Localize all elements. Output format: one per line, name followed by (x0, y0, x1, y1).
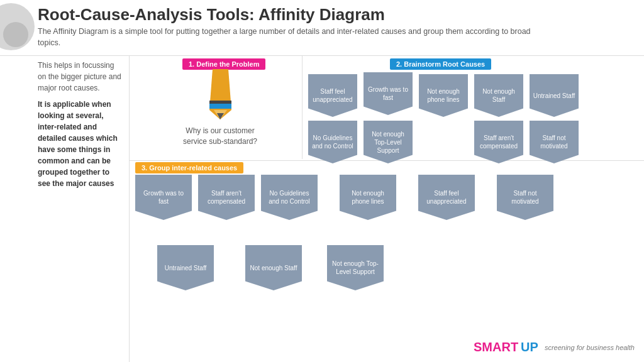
section2-label: 2. Brainstorm Root Causes (390, 58, 491, 70)
left-divider (129, 55, 130, 362)
grouped-tag-guidelines: No Guidelines and no Control (261, 175, 318, 220)
grouped-tag-growth: Growth was to fast (135, 175, 192, 220)
title-area: Root-Cause-Analysis Tools: Affinity Diag… (38, 5, 631, 48)
tag-top-level: Not enough Top-Level Support (364, 121, 413, 163)
tag-not-compensated: Staff aren't compensated (474, 121, 523, 163)
left-description: This helps in focussing on the bigger pi… (38, 60, 123, 94)
tag-staff-unappreciated: Staff feel unappreciated (308, 74, 357, 117)
logo-up: UP (521, 340, 538, 354)
tag-phone-lines: Not enough phone lines (419, 74, 468, 117)
page-subtitle: The Affinity Diagram is a simple tool fo… (38, 26, 541, 48)
svg-rect-3 (209, 104, 231, 109)
svg-rect-4 (209, 101, 231, 104)
decorative-circle2 (3, 22, 28, 47)
section12-divider (302, 55, 303, 159)
grouped-tag-compensated: Staff aren't compensated (198, 175, 255, 220)
tag-growth-fast: Growth was to fast (364, 72, 413, 115)
grouped-tag-unappreciated: Staff feel unappreciated (418, 175, 475, 220)
logo-area: SMART UP screening for business health (474, 340, 635, 354)
logo-smart: SMART (474, 340, 518, 354)
tag-not-enough-staff: Not enough Staff (474, 74, 523, 117)
tag-not-motivated: Staff not motivated (530, 121, 579, 163)
logo-tagline: screening for business health (545, 344, 635, 351)
pencil-icon (200, 69, 241, 123)
grouped-tag-phone: Not enough phone lines (340, 175, 396, 220)
tag-untrained-staff: Untrained Staff (530, 74, 579, 117)
grouped-tag-untrained: Untrained Staff (157, 245, 214, 290)
title-divider (0, 55, 644, 56)
grouped-tag-motivated: Staff not motivated (497, 175, 553, 220)
left-panel: This helps in focussing on the bigger pi… (6, 60, 129, 189)
section3-label: 3. Group inter-related causes (135, 162, 243, 173)
grouped-tag-toplevel: Not enough Top-Level Support (327, 245, 384, 290)
grouped-tag-staff: Not enough Staff (245, 245, 302, 290)
section1-label: 1. Define the Problem (182, 58, 265, 70)
problem-text: Why is our customer service sub-standard… (179, 126, 261, 147)
tag-no-guidelines: No Guidelines and no Control (308, 121, 357, 163)
page-title: Root-Cause-Analysis Tools: Affinity Diag… (38, 5, 631, 25)
left-description-bold: It is applicable when looking at several… (38, 99, 123, 189)
pencil-area: Why is our customer service sub-standard… (179, 69, 261, 147)
